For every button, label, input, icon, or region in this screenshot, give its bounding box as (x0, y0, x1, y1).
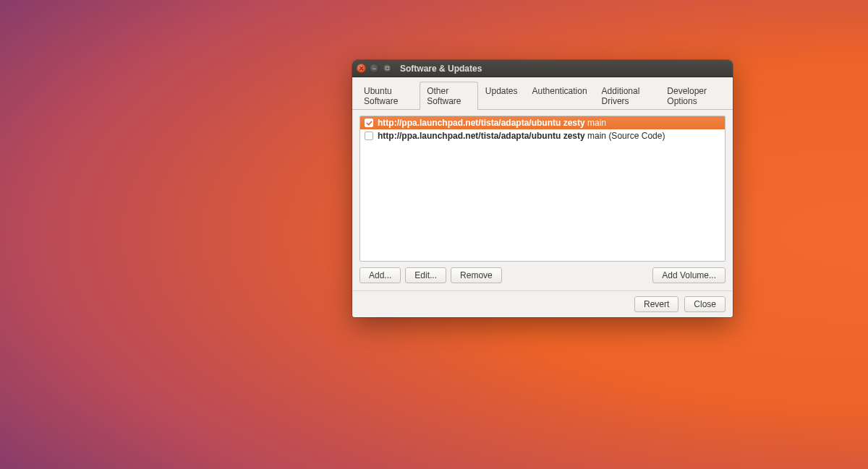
tab-content: http://ppa.launchpad.net/tista/adapta/ub… (352, 110, 733, 291)
window-minimize-button[interactable] (370, 64, 379, 73)
dialog-footer: Revert Close (352, 291, 733, 317)
source-suffix: main (587, 118, 606, 128)
titlebar[interactable]: Software & Updates (352, 60, 733, 77)
source-buttons: Add... Edit... Remove Add Volume... (359, 267, 726, 283)
source-row[interactable]: http://ppa.launchpad.net/tista/adapta/ub… (360, 116, 725, 129)
tab-updates[interactable]: Updates (478, 82, 525, 110)
source-list[interactable]: http://ppa.launchpad.net/tista/adapta/ub… (359, 116, 726, 262)
window-close-button[interactable] (357, 64, 366, 73)
source-url: http://ppa.launchpad.net/tista/adapta/ub… (378, 131, 585, 141)
window-title: Software & Updates (400, 64, 482, 74)
close-icon (359, 66, 364, 71)
tabbar: Ubuntu Software Other Software Updates A… (352, 77, 733, 110)
source-checkbox[interactable] (365, 119, 373, 127)
minimize-icon (372, 66, 377, 71)
source-checkbox[interactable] (365, 132, 373, 140)
add-button[interactable]: Add... (359, 267, 401, 283)
spacer (506, 267, 649, 283)
software-updates-window: Software & Updates Ubuntu Software Other… (352, 60, 733, 317)
check-icon (366, 120, 373, 126)
tab-authentication[interactable]: Authentication (525, 82, 595, 110)
maximize-icon (385, 66, 390, 71)
source-suffix: main (Source Code) (587, 131, 665, 141)
svg-rect-0 (386, 66, 388, 69)
add-volume-button[interactable]: Add Volume... (652, 267, 726, 283)
window-maximize-button[interactable] (383, 64, 392, 73)
source-text: http://ppa.launchpad.net/tista/adapta/ub… (378, 131, 665, 141)
tab-developer-options[interactable]: Developer Options (660, 82, 728, 110)
close-button[interactable]: Close (684, 296, 726, 312)
tab-additional-drivers[interactable]: Additional Drivers (595, 82, 660, 110)
revert-button[interactable]: Revert (634, 296, 678, 312)
source-url: http://ppa.launchpad.net/tista/adapta/ub… (378, 118, 585, 128)
tab-ubuntu-software[interactable]: Ubuntu Software (357, 82, 420, 110)
tab-other-software[interactable]: Other Software (420, 82, 478, 110)
source-text: http://ppa.launchpad.net/tista/adapta/ub… (378, 118, 606, 128)
source-row[interactable]: http://ppa.launchpad.net/tista/adapta/ub… (360, 129, 725, 142)
edit-button[interactable]: Edit... (405, 267, 446, 283)
remove-button[interactable]: Remove (451, 267, 502, 283)
